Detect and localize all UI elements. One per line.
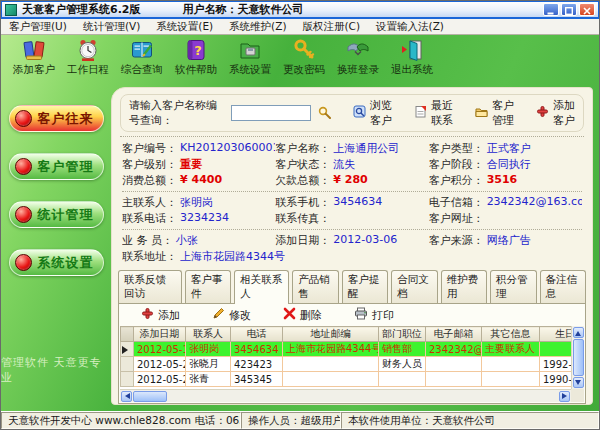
column-header-address-zip[interactable]: 地址邮编 bbox=[283, 327, 379, 342]
column-header-contact-name[interactable]: 联系人 bbox=[186, 327, 231, 342]
tab-points-management[interactable]: 积分管理 bbox=[490, 270, 536, 303]
toolbar-label: 系统设置 bbox=[229, 63, 271, 77]
vertical-scrollbar[interactable] bbox=[571, 326, 584, 389]
field-total-arrears: 欠款总额：¥ 280 bbox=[275, 173, 428, 188]
toolbar-button-combined-query[interactable]: 综合查询 bbox=[115, 38, 169, 87]
field-label: 客户阶段： bbox=[429, 157, 484, 172]
button-label: 浏览客户 bbox=[370, 98, 392, 128]
field-customer-source: 客户来源：网络广告 bbox=[429, 233, 582, 248]
delete-button[interactable]: 删除 bbox=[283, 307, 322, 323]
field-contact-fax: 联系传真： bbox=[275, 211, 428, 226]
tab-customer-reminders[interactable]: 客户提醒 bbox=[342, 270, 388, 303]
minimize-button[interactable] bbox=[543, 3, 559, 16]
window-title: 天意客户管理系统6.2版 bbox=[22, 2, 141, 17]
vertical-scroll-thumb[interactable] bbox=[573, 339, 584, 376]
field-value: 合同执行 bbox=[487, 157, 531, 172]
add-button[interactable]: 添加 bbox=[141, 307, 180, 323]
field-label: 客户状态： bbox=[275, 157, 330, 172]
column-header-other-info[interactable]: 其它信息 bbox=[482, 327, 540, 342]
shift-login-icon bbox=[345, 38, 371, 62]
sidebar-item-statistics-management[interactable]: 统计管理 bbox=[9, 201, 104, 228]
toolbar-button-change-password[interactable]: 更改密码 bbox=[277, 38, 331, 87]
tab-product-sales[interactable]: 产品销售 bbox=[292, 270, 338, 303]
search-input[interactable] bbox=[231, 105, 311, 121]
maximize-button[interactable] bbox=[561, 3, 577, 16]
horizontal-scroll-thumb[interactable] bbox=[133, 391, 167, 402]
column-header-email[interactable]: 电子邮箱 bbox=[426, 327, 482, 342]
menu-item-system-settings[interactable]: 系统设置(E) bbox=[156, 20, 213, 34]
field-label: 消费总额： bbox=[122, 173, 177, 188]
toolbar-button-add-customer[interactable]: 添加客户 bbox=[7, 38, 61, 87]
status-license-unit: 本软件使用单位：天意软件公司 bbox=[341, 412, 599, 429]
field-customer-name: 客户名称：上海通用公司 bbox=[275, 141, 428, 156]
add-customer-button[interactable]: 添加客户 bbox=[536, 98, 575, 128]
field-label: 联系地址： bbox=[122, 249, 177, 264]
field-label: 客户来源： bbox=[429, 233, 484, 248]
tab-related-contacts[interactable]: 相关联系人 bbox=[234, 270, 289, 304]
title-bar: 天意客户管理系统6.2版 用户名称：天意软件公司 bbox=[1, 1, 599, 19]
button-label: 最近联系 bbox=[431, 98, 453, 128]
column-header-add-date[interactable]: 添加日期 bbox=[134, 327, 186, 342]
toolbar: 添加客户工作日程综合查询?软件帮助系统设置更改密码换班登录退出系统 bbox=[1, 35, 599, 87]
customer-manage-button[interactable]: 客户管理 bbox=[475, 98, 514, 128]
menu-item-input-method[interactable]: 设置输入法(Z) bbox=[376, 20, 444, 34]
edit-button[interactable]: 修改 bbox=[212, 307, 251, 323]
menu-item-system-maintenance[interactable]: 系统维护(Z) bbox=[229, 20, 286, 34]
menu-item-customer-management[interactable]: 客户管理(U) bbox=[9, 20, 67, 34]
horizontal-scrollbar[interactable] bbox=[120, 389, 571, 402]
sidebar: 客户往来客户管理统计管理系统设置管理软件 天意更专业 bbox=[1, 87, 111, 411]
contact-row[interactable]: 2012-05-23张晓月423423财务人员1992-08-08 bbox=[121, 357, 585, 372]
toolbar-button-shift-login[interactable]: 换班登录 bbox=[331, 38, 385, 87]
column-header-row-indicator bbox=[121, 327, 134, 342]
field-salesman: 业 务 员：小张 bbox=[122, 233, 275, 248]
row-indicator-cell bbox=[121, 342, 134, 357]
sidebar-item-customer-contacts[interactable]: 客户往来 bbox=[9, 105, 104, 132]
field-value: 3516 bbox=[487, 173, 518, 188]
toolbar-button-software-help[interactable]: ?软件帮助 bbox=[169, 38, 223, 87]
tab-feedback-visits[interactable]: 联系反馈回访 bbox=[118, 270, 182, 303]
tab-customer-events[interactable]: 客户事件 bbox=[185, 270, 231, 303]
menu-bar: 客户管理(U)统计管理(V)系统设置(E)系统维护(Z)版权注册(C)设置输入法… bbox=[1, 19, 599, 35]
tab-bar: 联系反馈回访客户事件相关联系人产品销售客户提醒合同文档维护费用积分管理备注信息 bbox=[118, 270, 586, 303]
svg-text:?: ? bbox=[194, 43, 202, 58]
field-customer-points: 客户积分：3516 bbox=[429, 173, 582, 188]
button-label: 添加客户 bbox=[553, 98, 575, 128]
sidebar-item-system-settings[interactable]: 系统设置 bbox=[9, 249, 104, 276]
scroll-left-button[interactable] bbox=[121, 391, 132, 402]
scroll-up-button[interactable] bbox=[573, 327, 584, 338]
scroll-right-button[interactable] bbox=[559, 391, 570, 402]
toolbar-button-work-schedule[interactable]: 工作日程 bbox=[61, 38, 115, 87]
browse-customer-button[interactable]: 浏览客户 bbox=[353, 98, 392, 128]
close-button[interactable] bbox=[579, 3, 595, 16]
sidebar-item-customer-management[interactable]: 客户管理 bbox=[9, 153, 104, 180]
info-row: 业 务 员：小张添加日期：2012-03-06客户来源：网络广告 bbox=[122, 232, 582, 248]
contact-row[interactable]: 2012-05-23张青3453451990-12-08 bbox=[121, 372, 585, 387]
field-label: 客户积分： bbox=[429, 173, 484, 188]
print-button[interactable]: 打印 bbox=[354, 307, 394, 323]
tab-contract-documents[interactable]: 合同文档 bbox=[391, 270, 437, 303]
info-row: 主联系人：张明岗联系手机：3454634电子信箱：2342342@163.com bbox=[122, 194, 582, 210]
status-operator: 操作人员：超级用户 bbox=[241, 412, 341, 429]
field-label: 客户网址： bbox=[429, 211, 484, 226]
recent-contact-button[interactable]: 最近联系 bbox=[414, 98, 453, 128]
column-header-phone[interactable]: 电话 bbox=[231, 327, 283, 342]
exit-door-icon bbox=[399, 38, 425, 62]
field-label: 欠款总额： bbox=[275, 173, 330, 188]
toolbar-label: 软件帮助 bbox=[175, 63, 217, 77]
menu-item-statistics-management[interactable]: 统计管理(V) bbox=[83, 20, 140, 34]
tab-remarks-info[interactable]: 备注信息 bbox=[540, 270, 586, 303]
sidebar-item-label: 客户管理 bbox=[38, 158, 94, 176]
contact-row[interactable]: 2012-05-10张明岗3454634上海市花园路4344号销售部234234… bbox=[121, 342, 585, 357]
toolbar-button-exit-system[interactable]: 退出系统 bbox=[385, 38, 439, 87]
field-total-consumption: 消费总额：¥ 4400 bbox=[122, 173, 275, 188]
tab-maintenance-fees[interactable]: 维护费用 bbox=[441, 270, 487, 303]
toolbar-button-system-settings[interactable]: 系统设置 bbox=[223, 38, 277, 87]
magnifier-icon[interactable] bbox=[318, 104, 331, 123]
red-sphere-icon bbox=[15, 110, 32, 127]
main-area: 添加客户工作日程综合查询?软件帮助系统设置更改密码换班登录退出系统 客户往来客户… bbox=[1, 35, 599, 411]
scroll-down-button[interactable] bbox=[573, 377, 584, 388]
sidebar-item-label: 客户往来 bbox=[38, 110, 94, 128]
column-header-dept-position[interactable]: 部门职位 bbox=[379, 327, 426, 342]
menu-item-copyright-register[interactable]: 版权注册(C) bbox=[303, 20, 361, 34]
cell-add-date: 2012-05-10 bbox=[134, 342, 186, 357]
